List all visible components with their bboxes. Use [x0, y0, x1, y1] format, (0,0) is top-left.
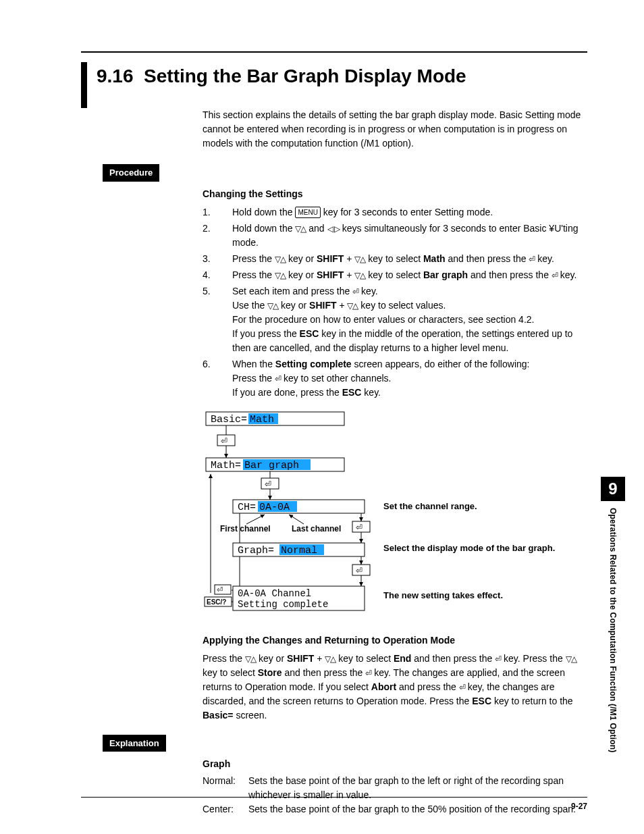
steps-list: 1. Hold down the MENU key for 3 seconds … [203, 205, 587, 400]
menu-key-icon: MENU [295, 207, 320, 218]
applying-subhead: Applying the Changes and Returning to Op… [203, 633, 587, 648]
footer-rule [81, 797, 587, 798]
svg-text:⏎: ⏎ [356, 523, 363, 532]
explanation-label: Explanation [103, 735, 166, 752]
applying-paragraph: Press the ▽△ key or SHIFT + ▽△ key to se… [203, 652, 587, 723]
updown-icon: ▽△ [566, 654, 576, 664]
flow-ann-channel-range: Set the channel range. [383, 500, 477, 513]
step-1: 1. Hold down the MENU key for 3 seconds … [203, 205, 587, 219]
flow-ch-lhs: CH= [238, 502, 256, 513]
updown-icon: ▽△ [267, 301, 278, 311]
updown-icon: ▽△ [295, 224, 306, 234]
updown-icon: ▽△ [275, 271, 286, 280]
flow-graph-lhs: Graph= [238, 545, 274, 556]
flow-ann-takes-effect: The new setting takes effect. [383, 589, 503, 602]
updown-icon: ▽△ [325, 654, 336, 664]
svg-text:⏎: ⏎ [356, 566, 363, 575]
top-rule [81, 51, 587, 53]
flow-final2: Setting complete [238, 599, 328, 610]
enter-icon: ⏎ [495, 654, 501, 664]
leftright-icon: ◁ ▷ [327, 224, 340, 234]
flow-final1: 0A-0A Channel [238, 588, 311, 599]
heading-bar-icon [81, 62, 87, 108]
flow-ann-display-mode: Select the display mode of the bar graph… [383, 542, 559, 555]
page-body: 9.16 Setting the Bar Graph Display Mode … [81, 51, 587, 807]
step-6: 6. When the Setting complete screen appe… [203, 357, 587, 400]
page-number: 9-27 [81, 800, 587, 812]
step-5: 5. Set each item and press the ⏎ key. Us… [203, 284, 587, 355]
intro-paragraph: This section explains the details of set… [203, 108, 587, 151]
flow-math-lhs: Math= [211, 460, 241, 471]
flow-first-channel-label: First channel [220, 523, 271, 535]
chapter-number: 9 [601, 477, 625, 501]
flow-basic-lhs: Basic= [211, 414, 247, 425]
heading-row: 9.16 Setting the Bar Graph Display Mode [81, 62, 587, 108]
enter-icon: ⏎ [352, 287, 358, 296]
flow-esc-btn: ESC/? [207, 598, 226, 606]
page-title: 9.16 Setting the Bar Graph Display Mode [97, 62, 466, 90]
changing-settings-subhead: Changing the Settings [203, 187, 587, 201]
svg-text:⏎: ⏎ [265, 479, 271, 489]
flow-ch-val: 0A-0A [259, 502, 290, 513]
updown-icon: ▽△ [354, 271, 365, 280]
step-2: 2. Hold down the ▽△ and ◁ ▷ keys simulta… [203, 221, 587, 250]
svg-text:⏎: ⏎ [221, 436, 227, 446]
flow-graph-val: Normal [281, 545, 317, 556]
enter-icon: ⏎ [459, 683, 465, 692]
flow-last-channel-label: Last channel [292, 523, 341, 535]
section-number: 9.16 [97, 66, 134, 86]
explanation-head: Graph [203, 757, 587, 771]
step-4: 4. Press the ▽△ key or SHIFT + ▽△ key to… [203, 268, 587, 282]
section-title: Setting the Bar Graph Display Mode [144, 66, 466, 86]
enter-icon: ⏎ [552, 271, 558, 280]
enter-icon: ⏎ [275, 374, 281, 384]
procedure-label: Procedure [103, 164, 159, 182]
flow-math-val: Bar graph [244, 460, 299, 471]
step-3: 3. Press the ▽△ key or SHIFT + ▽△ key to… [203, 252, 587, 266]
updown-icon: ▽△ [245, 654, 256, 664]
enter-icon: ⏎ [365, 669, 371, 678]
updown-icon: ▽△ [275, 255, 286, 264]
chapter-title-vertical: Operations Related to the Computation Fu… [607, 508, 619, 752]
flow-diagram: Basic= Math ⏎ Math= Bar graph ⏎ CH= 0A- [203, 411, 587, 620]
side-tab: 9 Operations Related to the Computation … [599, 477, 626, 752]
updown-icon: ▽△ [347, 301, 358, 311]
svg-text:⏎: ⏎ [217, 585, 223, 594]
flow-basic-val: Math [250, 414, 274, 425]
page-footer: 9-27 [81, 797, 587, 812]
updown-icon: ▽△ [354, 255, 365, 264]
